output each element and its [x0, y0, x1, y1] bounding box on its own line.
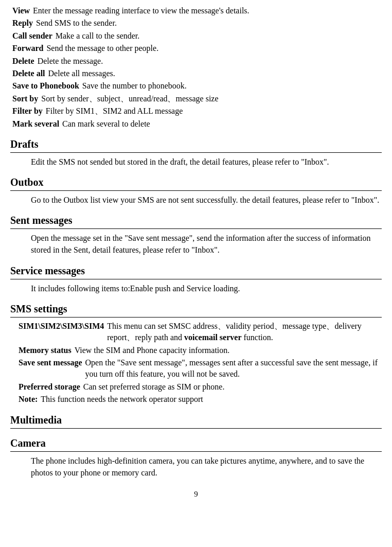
heading-camera: Camera: [10, 436, 382, 450]
body-sent-messages: Open the message set in the "Save sent m…: [31, 232, 382, 256]
term-label: Filter by: [12, 105, 43, 117]
divider-service-messages: [10, 279, 382, 279]
body-drafts: Edit the SMS not sended but stored in th…: [31, 156, 382, 168]
heading-service-messages: Service messages: [10, 263, 382, 278]
term-row: Filter byFilter by SIM1、SIM2 and ALL mes…: [10, 105, 382, 117]
content-sections: DraftsEdit the SMS not sended but stored…: [10, 137, 382, 479]
term-label: Call sender: [12, 30, 52, 42]
divider-drafts: [10, 152, 382, 153]
term-row: DeleteDelete the message.: [10, 56, 382, 67]
body-outbox: Go to the Outbox list view your SMS are …: [31, 194, 382, 206]
sub-term-label: Save sent message: [19, 357, 82, 380]
divider-sms-settings: [10, 317, 382, 317]
term-row: ForwardSend the message to other people.: [10, 43, 382, 54]
sub-term-label: Note:: [19, 394, 38, 405]
divider-multimedia: [10, 428, 382, 429]
term-desc: Save the number to phonebook.: [82, 80, 382, 92]
term-row: Mark severalCan mark several to delete: [10, 118, 382, 130]
term-desc: Send SMS to the sender.: [36, 17, 382, 29]
divider-camera: [10, 451, 382, 452]
sub-term-desc: Open the "Save sent message", messages s…: [85, 357, 382, 380]
term-label: View: [12, 5, 30, 16]
sub-term-row: Preferred storageCan set preferred stora…: [10, 381, 382, 393]
terms-list: ViewEnter the message reading interface …: [10, 5, 382, 130]
body-camera: The phone includes high-definition camer…: [31, 455, 382, 479]
sub-term-desc: This function needs the network operator…: [41, 394, 382, 405]
divider-sent-messages: [10, 228, 382, 229]
term-label: Mark several: [12, 118, 59, 130]
term-label: Save to Phonebook: [12, 80, 79, 92]
term-desc: Delete the message.: [38, 56, 382, 67]
term-label: Forward: [12, 43, 43, 54]
term-desc: Delete all messages.: [48, 68, 382, 79]
sub-term-label: Preferred storage: [19, 381, 80, 393]
term-label: Sort by: [12, 93, 38, 104]
term-row: Delete allDelete all messages.: [10, 68, 382, 79]
term-desc: Can mark several to delete: [62, 118, 382, 130]
heading-drafts: Drafts: [10, 137, 382, 151]
term-desc: Enter the message reading interface to v…: [33, 5, 382, 16]
sub-term-label: Memory status: [19, 345, 72, 356]
sub-term-desc: Can set preferred storage as SIM or phon…: [83, 381, 382, 393]
page-number: 9: [10, 489, 382, 500]
term-label: Delete: [12, 56, 34, 67]
heading-sent-messages: Sent messages: [10, 213, 382, 227]
term-desc: Send the message to other people.: [46, 43, 382, 54]
term-label: Delete all: [12, 68, 45, 79]
sub-term-row: Note:This function needs the network ope…: [10, 394, 382, 405]
page-number-container: 9: [10, 489, 382, 500]
term-desc: Make a call to the sender.: [56, 30, 382, 42]
heading-multimedia: Multimedia: [10, 413, 382, 427]
sub-term-row: Save sent messageOpen the "Save sent mes…: [10, 357, 382, 380]
sub-term-desc: This menu can set SMSC address、validity …: [107, 321, 382, 344]
sub-term-row: SIM1\SIM2\SIM3\SIM4This menu can set SMS…: [10, 321, 382, 344]
term-desc: Filter by SIM1、SIM2 and ALL message: [46, 105, 382, 117]
term-row: Save to PhonebookSave the number to phon…: [10, 80, 382, 92]
term-row: ReplySend SMS to the sender.: [10, 17, 382, 29]
heading-sms-settings: SMS settings: [10, 302, 382, 316]
term-desc: Sort by sender、subject、unread/read、messa…: [41, 93, 382, 104]
divider-outbox: [10, 190, 382, 191]
term-row: ViewEnter the message reading interface …: [10, 5, 382, 16]
body-service-messages: It includes following items to:Enable pu…: [31, 283, 382, 294]
sub-term-label: SIM1\SIM2\SIM3\SIM4: [19, 321, 104, 344]
bold-inline-text: voicemail server: [184, 333, 242, 342]
heading-outbox: Outbox: [10, 175, 382, 189]
term-row: Call senderMake a call to the sender.: [10, 30, 382, 42]
term-label: Reply: [12, 17, 33, 29]
sub-term-row: Memory statusView the SIM and Phone capa…: [10, 345, 382, 356]
term-row: Sort bySort by sender、subject、unread/rea…: [10, 93, 382, 104]
sub-term-desc: View the SIM and Phone capacity informat…: [75, 345, 382, 356]
